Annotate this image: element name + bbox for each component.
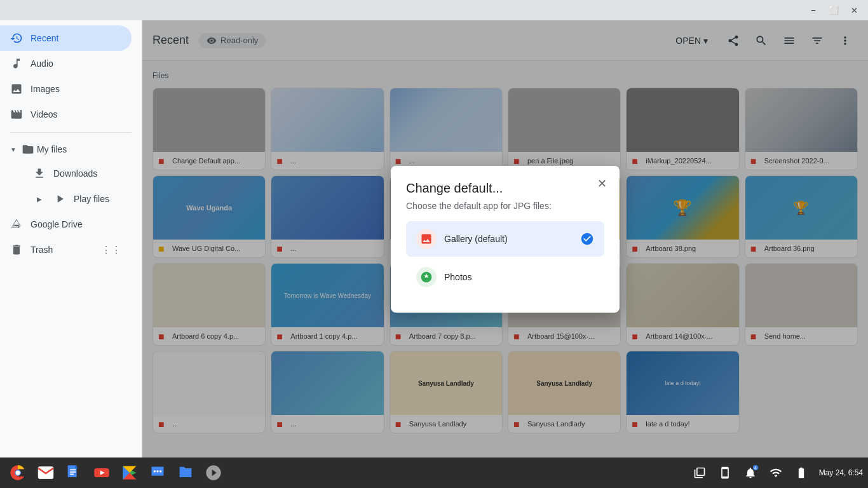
sidebar-item-downloads-label: Downloads — [53, 168, 97, 179]
sidebar-item-google-drive[interactable]: Google Drive — [0, 212, 132, 237]
taskbar-play[interactable] — [117, 460, 142, 485]
minimize-button[interactable]: − — [804, 3, 822, 17]
taskbar-docs[interactable] — [61, 460, 86, 485]
wifi-icon[interactable] — [766, 463, 786, 483]
maximize-button[interactable]: ⬜ — [825, 3, 843, 17]
svg-point-16 — [159, 470, 162, 473]
play-files-expand-icon: ▶ — [33, 193, 46, 205]
videos-icon — [10, 108, 23, 121]
my-files-expand[interactable]: ▼ My files — [0, 138, 142, 161]
sidebar-item-trash-label: Trash — [31, 245, 53, 255]
images-icon — [10, 83, 23, 95]
sidebar-item-videos-label: Videos — [31, 109, 58, 119]
google-drive-icon — [10, 218, 23, 231]
sidebar-item-google-drive-label: Google Drive — [31, 219, 83, 229]
battery-icon[interactable] — [791, 463, 811, 483]
trash-more-icon: ⋮⋮ — [101, 244, 121, 256]
dialog-option-gallery[interactable]: Gallery (default) — [406, 221, 604, 257]
sidebar-item-videos[interactable]: Videos — [0, 102, 132, 127]
sidebar-item-recent-label: Recent — [31, 33, 58, 43]
taskbar-files[interactable] — [173, 460, 198, 485]
sidebar-item-images[interactable]: Images — [0, 76, 132, 102]
gallery-option-label: Gallery (default) — [444, 234, 573, 244]
sidebar-item-play-files-label: Play files — [74, 194, 109, 204]
datetime-display: May 24, 6:54 — [817, 468, 863, 477]
photos-option-label: Photos — [444, 272, 594, 282]
svg-point-15 — [156, 470, 159, 473]
titlebar: − ⬜ ✕ — [0, 0, 868, 20]
svg-point-14 — [154, 470, 156, 473]
svg-point-6 — [16, 471, 20, 475]
downloads-icon — [33, 167, 46, 180]
dialog-subtitle: Choose the default app for JPG files: — [406, 201, 604, 211]
taskbar-messages[interactable] — [145, 460, 170, 485]
sidebar-item-play-files[interactable]: ▶ Play files — [13, 186, 132, 212]
taskbar-gmail[interactable] — [33, 460, 58, 485]
app-container: Recent Audio Images Videos ▼ — [0, 20, 868, 458]
sidebar-item-downloads[interactable]: Downloads — [13, 161, 132, 186]
taskbar: 4 May 24, 6:54 — [0, 458, 868, 488]
dialog-close-button[interactable]: ✕ — [594, 176, 609, 191]
notifications-icon[interactable]: 4 — [740, 463, 761, 483]
my-files-icon — [22, 143, 34, 156]
sidebar: Recent Audio Images Videos ▼ — [0, 20, 142, 458]
close-button[interactable]: ✕ — [845, 3, 863, 17]
sidebar-item-audio[interactable]: Audio — [0, 51, 132, 76]
change-default-dialog: ✕ Change default... Choose the default a… — [391, 166, 620, 313]
dialog-overlay: ✕ Change default... Choose the default a… — [142, 20, 868, 458]
recent-icon — [10, 32, 23, 44]
taskbar-youtube[interactable] — [89, 460, 114, 485]
sidebar-item-trash[interactable]: Trash ⋮⋮ — [0, 237, 132, 262]
sidebar-item-images-label: Images — [31, 84, 60, 94]
taskbar-chrome[interactable] — [5, 460, 31, 485]
dialog-title: Change default... — [406, 181, 604, 196]
expand-arrow-icon: ▼ — [10, 146, 17, 153]
audio-icon — [10, 57, 23, 70]
taskbar-tools[interactable] — [201, 460, 226, 485]
dialog-option-photos[interactable]: Photos — [406, 259, 604, 295]
my-files-label: My files — [37, 144, 67, 154]
photos-app-icon — [416, 267, 437, 287]
system-tray: 4 May 24, 6:54 — [689, 463, 863, 483]
sidebar-item-recent[interactable]: Recent — [0, 25, 132, 51]
gallery-app-icon — [416, 229, 437, 249]
my-files-children: Downloads ▶ Play files — [0, 161, 142, 212]
trash-icon — [10, 243, 23, 256]
screenshot-icon[interactable] — [689, 463, 710, 483]
play-files-icon — [53, 193, 66, 205]
selected-check-icon — [580, 232, 594, 246]
phone-icon[interactable] — [715, 463, 735, 483]
sidebar-item-audio-label: Audio — [31, 58, 53, 69]
